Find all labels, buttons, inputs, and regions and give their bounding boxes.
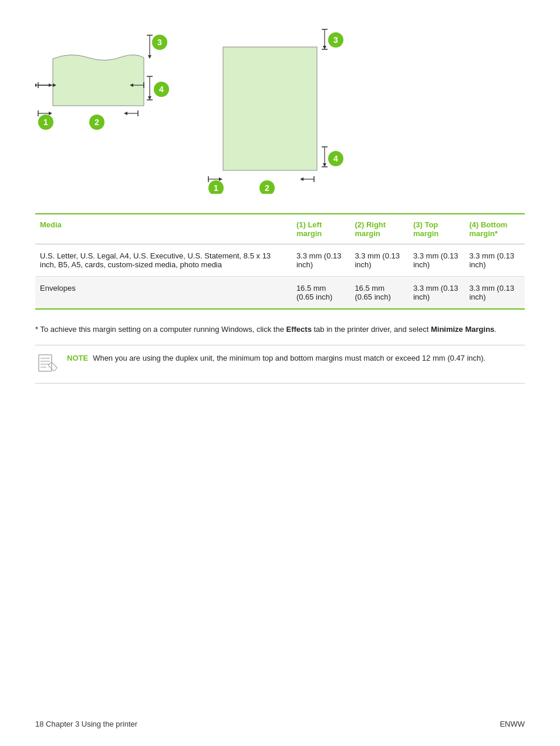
svg-text:1: 1 [214,183,218,193]
media-cell: U.S. Letter, U.S. Legal, A4, U.S. Execut… [35,244,292,277]
col-header-right: (2) Right margin [350,214,409,244]
svg-text:3: 3 [157,38,162,47]
left-margin-cell: 3.3 mm (0.13 inch) [292,244,350,277]
svg-marker-29 [124,112,127,115]
top-margin-cell: 3.3 mm (0.13 inch) [409,277,465,310]
col-header-bottom: (4) Bottom margin* [464,214,525,244]
svg-text:4: 4 [333,154,338,163]
svg-text:2: 2 [265,183,269,193]
svg-marker-14 [148,96,151,100]
large-paper-diagram: 3 4 [205,23,358,196]
svg-rect-31 [223,47,317,170]
footnote-bold-minimize: Minimize Margins [431,325,494,334]
svg-text:2: 2 [95,117,99,127]
svg-rect-59 [48,362,58,371]
svg-marker-11 [148,55,151,59]
small-paper-diagram: 3 4 1 2 [35,23,170,143]
table-row: U.S. Letter, U.S. Legal, A4, U.S. Execut… [35,244,525,277]
svg-text:1: 1 [43,117,48,127]
svg-marker-5 [49,83,52,87]
page-footer: 18 Chapter 3 Using the printer ENWW [35,720,525,728]
diagrams-section: 3 4 1 2 [35,18,525,196]
col-header-media: Media [35,214,292,244]
note-box: NOTEWhen you are using the duplex unit, … [35,345,525,384]
col-header-left: (1) Left margin [292,214,350,244]
note-label: NOTE [67,354,88,362]
svg-marker-26 [49,112,52,115]
bottom-margin-cell: 3.3 mm (0.13 inch) [464,277,525,310]
note-content: NOTEWhen you are using the duplex unit, … [67,352,485,364]
margin-table: Media (1) Left margin (2) Right margin (… [35,213,525,310]
svg-marker-39 [323,163,326,167]
svg-marker-48 [300,177,303,181]
media-cell: Envelopes [35,277,292,310]
footnote-text: * To achieve this margin setting on a co… [35,324,525,335]
svg-marker-33 [323,46,326,49]
bottom-margin-cell: 3.3 mm (0.13 inch) [464,244,525,277]
svg-marker-3 [35,83,36,87]
table-row: Envelopes 16.5 mm (0.65 inch) 16.5 mm (0… [35,277,525,310]
svg-marker-45 [219,177,222,181]
top-margin-cell: 3.3 mm (0.13 inch) [409,244,465,277]
svg-rect-54 [39,355,52,371]
svg-text:3: 3 [333,35,338,45]
left-margin-cell: 16.5 mm (0.65 inch) [292,277,350,310]
right-margin-cell: 16.5 mm (0.65 inch) [350,277,409,310]
right-margin-cell: 3.3 mm (0.13 inch) [350,244,409,277]
footer-left: 18 Chapter 3 Using the printer [35,720,137,728]
svg-text:4: 4 [159,85,164,94]
col-header-top: (3) Top margin [409,214,465,244]
footnote-bold-effects: Effects [286,325,312,334]
note-body: When you are using the duplex unit, the … [93,354,485,362]
note-icon [35,352,59,376]
footer-right: ENWW [500,720,525,728]
